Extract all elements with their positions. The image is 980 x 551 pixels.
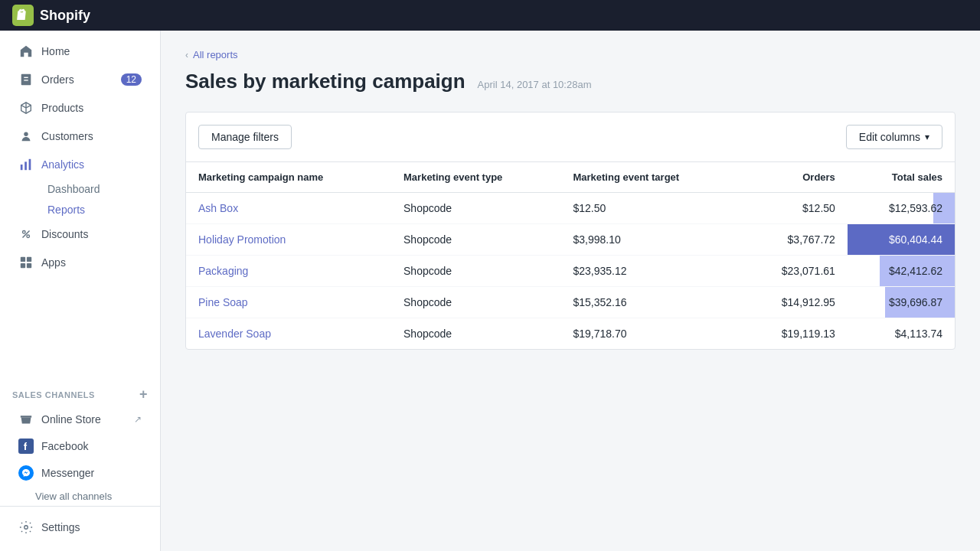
breadcrumb-label: All reports <box>193 49 238 60</box>
svg-rect-9 <box>21 257 25 262</box>
campaign-total-sales: $4,113.74 <box>848 318 955 350</box>
page-header: Sales by marketing campaign April 14, 20… <box>185 70 956 93</box>
analytics-submenu: Dashboard Reports <box>0 179 160 220</box>
external-link-icon: ↗ <box>134 414 142 425</box>
campaign-type: Shopcode <box>391 318 560 350</box>
svg-rect-10 <box>27 257 31 262</box>
report-card: Manage filters Edit columns ▾ Marketing … <box>185 112 956 350</box>
campaign-target: $15,352.16 <box>560 287 740 318</box>
col-header-total-sales: Total sales <box>848 162 955 193</box>
campaign-type: Shopcode <box>391 193 560 224</box>
campaign-name-link[interactable]: Holiday Promotion <box>198 233 286 246</box>
campaign-orders: $3,767.72 <box>740 224 848 256</box>
table-head: Marketing campaign name Marketing event … <box>186 162 955 193</box>
sidebar-item-settings[interactable]: Settings <box>6 514 154 541</box>
col-header-type: Marketing event type <box>391 162 560 193</box>
sidebar-nav: Home Orders 12 Products <box>0 31 160 371</box>
table-row: Pine SoapShopcode$15,352.16$14,912.95$39… <box>186 287 955 318</box>
campaign-name-link[interactable]: Packaging <box>198 265 248 277</box>
col-header-target: Marketing event target <box>560 162 740 193</box>
sidebar-bottom: Settings <box>0 506 160 551</box>
sidebar-item-facebook[interactable]: Facebook <box>6 433 154 459</box>
customers-icon <box>18 129 34 144</box>
breadcrumb[interactable]: ‹ All reports <box>185 49 956 60</box>
campaign-name-link[interactable]: Ash Box <box>198 202 238 214</box>
main-content: ‹ All reports Sales by marketing campaig… <box>161 31 980 551</box>
campaign-name-link[interactable]: Lavender Soap <box>198 328 271 340</box>
view-all-channels[interactable]: View all channels <box>0 487 160 506</box>
topbar: shopify <box>0 0 980 31</box>
sales-value: $60,404.44 <box>848 224 955 255</box>
svg-rect-5 <box>24 161 27 170</box>
campaign-total-sales: $12,593.62 <box>848 193 955 224</box>
campaign-orders: $14,912.95 <box>740 287 848 318</box>
sidebar-item-apps[interactable]: Apps <box>6 249 154 276</box>
sidebar-item-home[interactable]: Home <box>6 37 154 65</box>
campaign-total-sales: $60,404.44 <box>848 224 955 256</box>
sidebar-item-orders[interactable]: Orders 12 <box>6 66 154 93</box>
sales-channels-title: SALES CHANNELS + <box>0 377 160 406</box>
app-layout: Home Orders 12 Products <box>0 31 980 551</box>
analytics-label: Analytics <box>41 158 84 171</box>
svg-point-7 <box>23 231 26 234</box>
sidebar-item-messenger[interactable]: Messenger <box>6 460 154 486</box>
campaign-total-sales: $39,696.87 <box>848 287 955 318</box>
sidebar-item-online-store[interactable]: Online Store ↗ <box>6 406 154 432</box>
campaign-orders: $19,119.13 <box>740 318 848 350</box>
breadcrumb-back-icon: ‹ <box>185 50 188 60</box>
sidebar-item-discounts[interactable]: Discounts <box>6 220 154 248</box>
brand-name: shopify <box>40 8 90 24</box>
home-icon <box>18 44 34 59</box>
shopify-bag-icon <box>16 8 30 22</box>
campaign-type: Shopcode <box>391 256 560 287</box>
products-label: Products <box>41 102 83 114</box>
sidebar-item-analytics[interactable]: Analytics <box>6 151 154 178</box>
svg-point-8 <box>27 235 30 238</box>
sidebar: Home Orders 12 Products <box>0 31 161 551</box>
table-row: Holiday PromotionShopcode$3,998.10$3,767… <box>186 224 955 256</box>
brand-logo[interactable]: shopify <box>12 5 90 26</box>
customers-label: Customers <box>41 130 93 142</box>
messenger-icon <box>18 465 34 481</box>
manage-filters-button[interactable]: Manage filters <box>198 125 292 149</box>
campaign-orders: $23,071.61 <box>740 256 848 287</box>
campaign-type: Shopcode <box>391 287 560 318</box>
campaign-target: $12.50 <box>560 193 740 224</box>
campaign-type: Shopcode <box>391 224 560 256</box>
campaign-name-link[interactable]: Pine Soap <box>198 296 248 308</box>
sales-value: $42,412.62 <box>848 256 955 286</box>
svg-point-3 <box>24 132 28 136</box>
campaign-target: $23,935.12 <box>560 256 740 287</box>
svg-rect-4 <box>21 165 23 170</box>
svg-rect-6 <box>29 159 31 170</box>
table-row: PackagingShopcode$23,935.12$23,071.61$42… <box>186 256 955 287</box>
discounts-label: Discounts <box>41 228 88 240</box>
svg-rect-0 <box>21 74 31 85</box>
card-toolbar: Manage filters Edit columns ▾ <box>186 112 955 162</box>
home-label: Home <box>41 45 70 57</box>
discounts-icon <box>18 227 34 242</box>
apps-label: Apps <box>41 256 66 269</box>
online-store-label: Online Store <box>41 413 101 425</box>
sidebar-sub-reports[interactable]: Reports <box>41 200 154 220</box>
sidebar-item-customers[interactable]: Customers <box>6 122 154 150</box>
facebook-icon <box>18 439 34 454</box>
sales-value: $12,593.62 <box>848 193 955 223</box>
page-title: Sales by marketing campaign <box>185 70 466 93</box>
svg-rect-12 <box>27 263 31 268</box>
sidebar-item-products[interactable]: Products <box>6 94 154 122</box>
dashboard-label: Dashboard <box>47 183 100 195</box>
campaign-target: $19,718.70 <box>560 318 740 350</box>
sidebar-sub-dashboard[interactable]: Dashboard <box>41 179 154 199</box>
table-row: Ash BoxShopcode$12.50$12.50$12,593.62 <box>186 193 955 224</box>
table-row: Lavender SoapShopcode$19,718.70$19,119.1… <box>186 318 955 350</box>
orders-icon <box>18 72 34 87</box>
svg-point-13 <box>24 526 28 530</box>
sales-value: $39,696.87 <box>848 287 955 318</box>
edit-columns-button[interactable]: Edit columns ▾ <box>846 125 942 149</box>
page-subtitle: April 14, 2017 at 10:28am <box>478 79 592 90</box>
chevron-down-icon: ▾ <box>925 132 929 142</box>
add-channel-icon[interactable]: + <box>139 386 148 403</box>
svg-rect-11 <box>21 263 25 268</box>
settings-icon <box>18 520 34 535</box>
